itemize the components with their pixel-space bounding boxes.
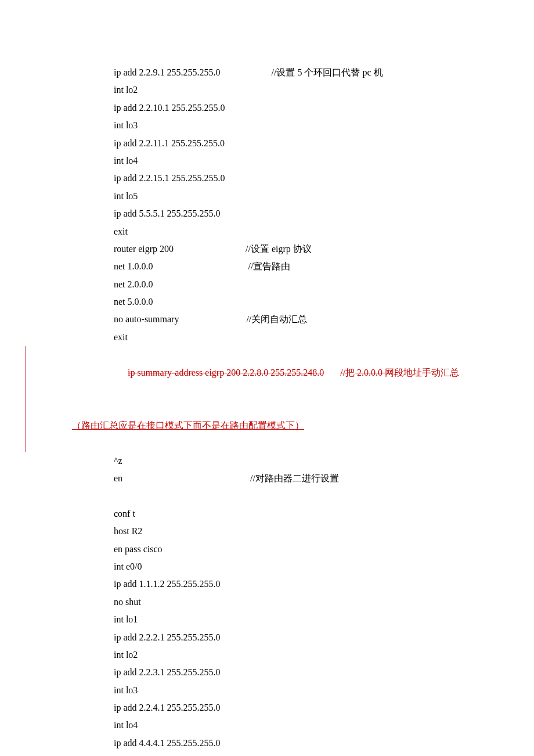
config-line: int lo4 — [58, 717, 476, 734]
config-line: router eigrp 200 //设置 eigrp 协议 — [58, 240, 476, 258]
config-block-2: ^zen //对路由器二进行设置conf thost R2en pass cis… — [58, 452, 476, 756]
config-line: int lo2 — [58, 646, 476, 664]
config-line: en //对路由器二进行设置 — [58, 470, 476, 487]
document-page: ip add 2.2.9.1 255.255.255.0 //设置 5 个环回口… — [0, 0, 534, 756]
deleted-comment-prefix: // — [340, 368, 345, 377]
config-line: ip add 4.4.4.1 255.255.255.0 — [58, 735, 476, 752]
config-line: int lo3 — [58, 117, 476, 134]
config-line: en pass cisco — [58, 541, 476, 558]
config-line: ip add 2.2.4.1 255.255.255.0 — [58, 699, 476, 717]
config-line: int lo3 — [58, 682, 476, 699]
revision-note: （路由汇总应是在接口模式下而不是在路由配置模式下） — [72, 420, 304, 430]
config-line: ip add 2.2.9.1 255.255.255.0 //设置 5 个环回口… — [58, 64, 476, 81]
config-line: exit — [58, 329, 476, 346]
config-line: ^z — [58, 452, 476, 470]
config-line: host R2 — [58, 523, 476, 540]
revision-line-2: （路由汇总应是在接口模式下而不是在路由配置模式下） — [58, 399, 476, 452]
kept-text-2: 网段地址手动汇总 — [385, 368, 459, 377]
config-line: net 2.0.0.0 — [58, 276, 476, 293]
config-line: ip add 2.2.3.1 255.255.255.0 — [58, 664, 476, 681]
deleted-command: ip summary-address eigrp 200 2.2.8.0 255… — [128, 368, 324, 377]
config-line: no shut — [58, 593, 476, 611]
config-line: exit — [58, 223, 476, 240]
config-line: no auto-summary //关闭自动汇总 — [58, 311, 476, 328]
config-line: ip add 2.2.15.1 255.255.255.0 — [58, 170, 476, 187]
config-line: int lo4 — [58, 152, 476, 170]
separator — [324, 368, 340, 377]
config-line: net 1.0.0.0 //宣告路由 — [58, 258, 476, 275]
config-line: ip add 2.2.11.1 255.255.255.0 — [58, 135, 476, 152]
config-line: net 5.0.0.0 — [58, 293, 476, 311]
revision-block: ip summary-address eigrp 200 2.2.8.0 255… — [58, 346, 476, 452]
kept-text-1: 把 — [345, 368, 355, 377]
config-block-1: ip add 2.2.9.1 255.255.255.0 //设置 5 个环回口… — [58, 64, 476, 346]
blank-line — [58, 487, 476, 505]
deleted-network: 2.0.0.0 — [355, 368, 385, 377]
config-line: ip add 1.1.1.2 255.255.255.0 — [58, 575, 476, 593]
config-line: ip add 2.2.2.1 255.255.255.0 — [58, 629, 476, 646]
config-line: int e0/0 — [58, 558, 476, 575]
revision-line-1: ip summary-address eigrp 200 2.2.8.0 255… — [58, 346, 476, 399]
config-line: exit — [58, 752, 476, 756]
config-line: ip add 5.5.5.1 255.255.255.0 — [58, 205, 476, 222]
config-line: conf t — [58, 505, 476, 523]
config-line: int lo1 — [58, 611, 476, 628]
config-line: ip add 2.2.10.1 255.255.255.0 — [58, 99, 476, 117]
config-line: int lo2 — [58, 81, 476, 99]
config-line: int lo5 — [58, 188, 476, 205]
